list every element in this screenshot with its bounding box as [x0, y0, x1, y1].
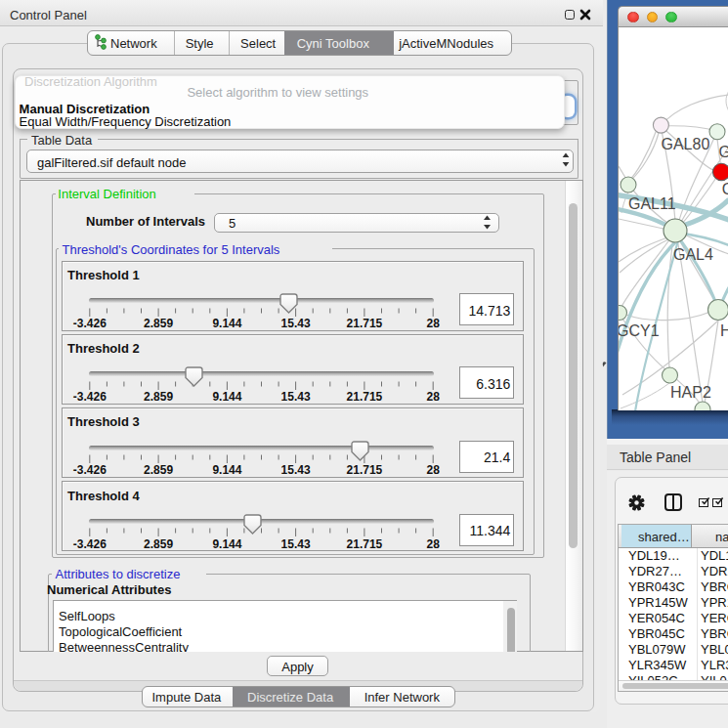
svg-text:GAL80: GAL80 — [662, 136, 710, 152]
svg-text:H: H — [720, 322, 728, 339]
svg-text:GAL4: GAL4 — [673, 246, 713, 263]
svg-text:HAP2: HAP2 — [670, 384, 711, 401]
svg-text:GAL11: GAL11 — [628, 195, 676, 212]
svg-text:C: C — [722, 181, 728, 197]
svg-text:GCY1: GCY1 — [619, 322, 660, 339]
svg-text:GA: GA — [719, 144, 728, 160]
